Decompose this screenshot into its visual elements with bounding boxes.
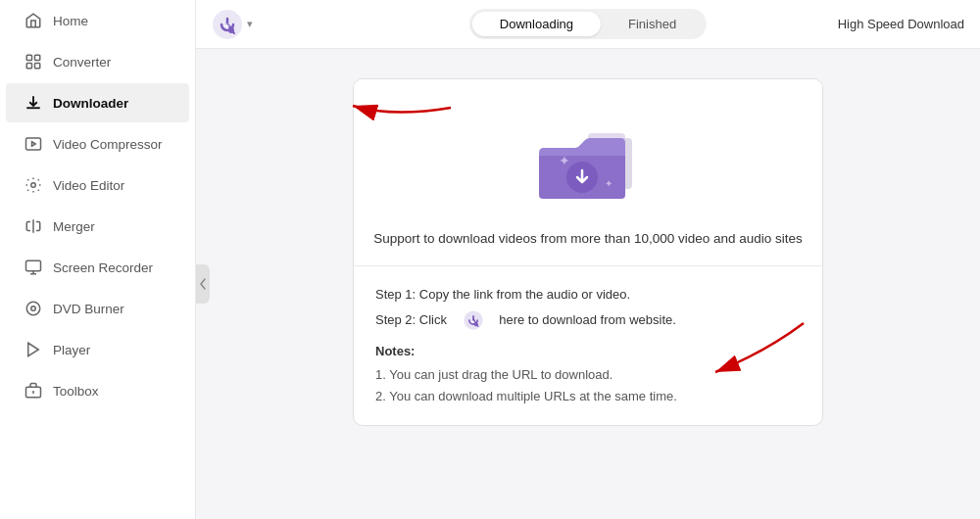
note-item-2: 2. You can download multiple URLs at the…: [375, 386, 801, 407]
sidebar-item-toolbox-label: Toolbox: [53, 384, 99, 399]
notes-section: Notes: 1. You can just drag the URL to d…: [375, 341, 801, 407]
step-1: Step 1: Copy the link from the audio or …: [375, 284, 801, 306]
sidebar: Home Converter Downloader Video Compress…: [0, 0, 196, 519]
content-area: ✦ ✦ Support to download videos from more…: [196, 49, 980, 519]
sidebar-item-downloader[interactable]: Downloader: [6, 83, 189, 122]
screen-recorder-icon: [24, 258, 43, 277]
tab-downloading[interactable]: Downloading: [472, 12, 601, 36]
sidebar-item-player-label: Player: [53, 343, 90, 357]
sidebar-collapse-handle[interactable]: [196, 264, 210, 304]
sidebar-item-player[interactable]: Player: [6, 330, 189, 369]
svg-rect-3: [35, 64, 40, 69]
svg-marker-9: [28, 343, 39, 356]
player-icon: [24, 340, 43, 359]
downloader-icon: [24, 93, 43, 113]
video-editor-icon: [24, 175, 43, 195]
sidebar-item-downloader-label: Downloader: [53, 96, 128, 111]
notes-title: Notes:: [375, 341, 801, 362]
step2-inline-logo: +: [463, 309, 484, 331]
sidebar-item-video-compressor-label: Video Compressor: [53, 137, 163, 152]
sidebar-item-dvd-burner[interactable]: DVD Burner: [6, 289, 189, 328]
folder-illustration: ✦ ✦: [534, 118, 642, 212]
sidebar-item-screen-recorder[interactable]: Screen Recorder: [6, 248, 189, 287]
step-2: Step 2: Click + here to download from we…: [375, 309, 801, 331]
sidebar-item-home[interactable]: Home: [6, 1, 189, 40]
main-area: + ▾ Downloading Finished High Speed Down…: [196, 0, 980, 519]
topbar: + ▾ Downloading Finished High Speed Down…: [196, 0, 980, 49]
merger-icon: [24, 216, 43, 236]
sidebar-item-toolbox[interactable]: Toolbox: [6, 371, 189, 410]
logo-dropdown-arrow[interactable]: ▾: [247, 18, 253, 30]
svg-text:+: +: [471, 318, 475, 325]
svg-point-8: [31, 307, 36, 311]
svg-rect-0: [26, 55, 31, 60]
video-compressor-icon: [24, 134, 43, 154]
tab-group: Downloading Finished: [469, 9, 707, 39]
sidebar-item-converter-label: Converter: [53, 55, 111, 70]
svg-text:✦: ✦: [605, 178, 612, 189]
svg-rect-1: [35, 55, 40, 60]
sidebar-item-screen-recorder-label: Screen Recorder: [53, 260, 153, 275]
sidebar-item-home-label: Home: [53, 14, 88, 28]
note-item-1: 1. You can just drag the URL to download…: [375, 364, 801, 386]
sidebar-item-merger-label: Merger: [53, 219, 95, 234]
svg-rect-4: [26, 138, 41, 150]
high-speed-label: High Speed Download: [838, 17, 964, 31]
logo-area: + ▾: [212, 9, 253, 40]
svg-rect-6: [26, 260, 41, 271]
step1-text: Step 1: Copy the link from the audio or …: [375, 284, 630, 306]
svg-point-5: [31, 183, 36, 188]
svg-point-7: [26, 302, 40, 315]
card-instructions: Step 1: Copy the link from the audio or …: [354, 266, 822, 425]
download-card: ✦ ✦ Support to download videos from more…: [353, 78, 823, 426]
home-icon: [24, 11, 43, 30]
svg-text:✦: ✦: [559, 153, 570, 168]
step2-prefix: Step 2: Click: [375, 309, 447, 331]
converter-icon: [24, 52, 43, 71]
tab-finished[interactable]: Finished: [601, 12, 704, 36]
collapse-icon: [199, 278, 207, 290]
app-logo: +: [212, 9, 243, 40]
step2-suffix: here to download from website.: [499, 309, 676, 331]
sidebar-item-merger[interactable]: Merger: [6, 207, 189, 246]
sidebar-item-dvd-burner-label: DVD Burner: [53, 302, 124, 316]
card-illustration: ✦ ✦: [354, 79, 822, 231]
svg-rect-2: [26, 64, 31, 69]
sidebar-item-converter[interactable]: Converter: [6, 42, 189, 81]
card-subtitle: Support to download videos from more tha…: [354, 231, 822, 266]
svg-text:+: +: [224, 22, 229, 31]
toolbox-icon: [24, 381, 43, 401]
sidebar-item-video-compressor[interactable]: Video Compressor: [6, 124, 189, 164]
dvd-burner-icon: [24, 299, 43, 318]
sidebar-item-video-editor[interactable]: Video Editor: [6, 165, 189, 205]
sidebar-item-video-editor-label: Video Editor: [53, 178, 124, 193]
